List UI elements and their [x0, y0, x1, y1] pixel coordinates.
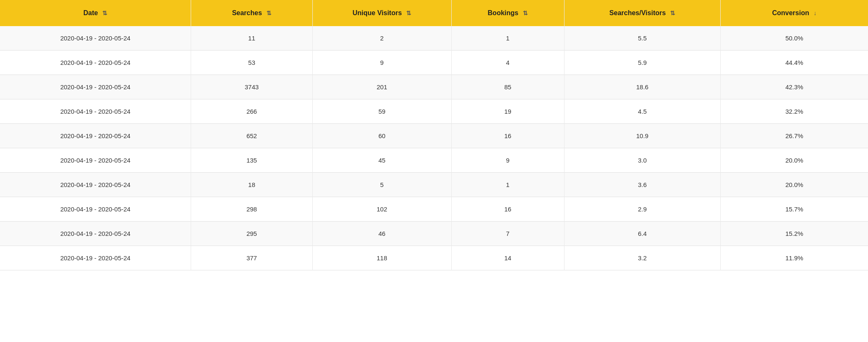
cell-conversion: 15.2%: [720, 222, 868, 246]
cell-conversion: 15.7%: [720, 197, 868, 222]
table-row: 2020-04-19 - 2020-05-24298102162.915.7%: [0, 197, 868, 222]
cell-searches: 295: [191, 222, 313, 246]
col-header-conversion-label: Conversion: [772, 9, 809, 16]
cell-bookings: 14: [451, 246, 564, 270]
col-header-conversion[interactable]: Conversion ↓: [720, 0, 868, 26]
cell-conversion: 32.2%: [720, 99, 868, 124]
cell-unique-visitors: 201: [312, 75, 451, 99]
col-header-unique-visitors-label: Unique Visitors: [352, 9, 402, 16]
cell-conversion: 20.0%: [720, 173, 868, 197]
cell-searches: 53: [191, 51, 313, 75]
table-row: 2020-04-19 - 2020-05-24377118143.211.9%: [0, 246, 868, 270]
cell-date: 2020-04-19 - 2020-05-24: [0, 99, 191, 124]
cell-unique-visitors: 45: [312, 148, 451, 173]
cell-date: 2020-04-19 - 2020-05-24: [0, 75, 191, 99]
data-table: Date ⇅ Searches ⇅ Unique Visitors ⇅ Book…: [0, 0, 868, 270]
table-container: Date ⇅ Searches ⇅ Unique Visitors ⇅ Book…: [0, 0, 868, 342]
cell-bookings: 9: [451, 148, 564, 173]
cell-date: 2020-04-19 - 2020-05-24: [0, 173, 191, 197]
col-header-searches-visitors[interactable]: Searches/Visitors ⇅: [564, 0, 720, 26]
cell-date: 2020-04-19 - 2020-05-24: [0, 51, 191, 75]
cell-searches-visitors: 3.6: [564, 173, 720, 197]
cell-unique-visitors: 5: [312, 173, 451, 197]
cell-searches-visitors: 5.5: [564, 26, 720, 51]
cell-conversion: 50.0%: [720, 26, 868, 51]
table-row: 2020-04-19 - 2020-05-24652601610.926.7%: [0, 124, 868, 148]
cell-unique-visitors: 9: [312, 51, 451, 75]
cell-date: 2020-04-19 - 2020-05-24: [0, 197, 191, 222]
col-header-bookings[interactable]: Bookings ⇅: [451, 0, 564, 26]
cell-bookings: 7: [451, 222, 564, 246]
cell-conversion: 42.3%: [720, 75, 868, 99]
sort-icon-bookings[interactable]: ⇅: [523, 10, 528, 16]
col-header-bookings-label: Bookings: [488, 9, 519, 16]
cell-searches-visitors: 18.6: [564, 75, 720, 99]
cell-bookings: 16: [451, 124, 564, 148]
table-row: 2020-04-19 - 2020-05-2411215.550.0%: [0, 26, 868, 51]
col-header-unique-visitors[interactable]: Unique Visitors ⇅: [312, 0, 451, 26]
table-header-row: Date ⇅ Searches ⇅ Unique Visitors ⇅ Book…: [0, 0, 868, 26]
col-header-date[interactable]: Date ⇅: [0, 0, 191, 26]
cell-searches-visitors: 4.5: [564, 99, 720, 124]
sort-icon-searches[interactable]: ⇅: [266, 10, 272, 16]
sort-icon-conversion[interactable]: ↓: [814, 10, 817, 16]
col-header-searches-label: Searches: [232, 9, 262, 16]
cell-bookings: 85: [451, 75, 564, 99]
cell-conversion: 26.7%: [720, 124, 868, 148]
cell-searches-visitors: 10.9: [564, 124, 720, 148]
cell-date: 2020-04-19 - 2020-05-24: [0, 222, 191, 246]
table-row: 2020-04-19 - 2020-05-2437432018518.642.3…: [0, 75, 868, 99]
cell-conversion: 44.4%: [720, 51, 868, 75]
table-row: 2020-04-19 - 2020-05-2453945.944.4%: [0, 51, 868, 75]
cell-unique-visitors: 118: [312, 246, 451, 270]
cell-searches-visitors: 3.2: [564, 246, 720, 270]
cell-searches: 11: [191, 26, 313, 51]
cell-unique-visitors: 102: [312, 197, 451, 222]
table-row: 2020-04-19 - 2020-05-2418513.620.0%: [0, 173, 868, 197]
cell-bookings: 19: [451, 99, 564, 124]
cell-unique-visitors: 2: [312, 26, 451, 51]
col-header-date-label: Date: [83, 9, 98, 16]
col-header-searches[interactable]: Searches ⇅: [191, 0, 313, 26]
cell-unique-visitors: 46: [312, 222, 451, 246]
table-row: 2020-04-19 - 2020-05-241354593.020.0%: [0, 148, 868, 173]
cell-searches-visitors: 2.9: [564, 197, 720, 222]
cell-date: 2020-04-19 - 2020-05-24: [0, 26, 191, 51]
cell-searches-visitors: 3.0: [564, 148, 720, 173]
cell-searches-visitors: 6.4: [564, 222, 720, 246]
cell-bookings: 1: [451, 26, 564, 51]
sort-icon-searches-visitors[interactable]: ⇅: [670, 10, 675, 16]
cell-bookings: 4: [451, 51, 564, 75]
col-header-searches-visitors-label: Searches/Visitors: [610, 9, 666, 16]
cell-searches: 18: [191, 173, 313, 197]
cell-date: 2020-04-19 - 2020-05-24: [0, 124, 191, 148]
cell-conversion: 11.9%: [720, 246, 868, 270]
sort-icon-date[interactable]: ⇅: [102, 10, 107, 16]
cell-searches: 298: [191, 197, 313, 222]
cell-bookings: 1: [451, 173, 564, 197]
cell-searches: 135: [191, 148, 313, 173]
table-row: 2020-04-19 - 2020-05-242954676.415.2%: [0, 222, 868, 246]
cell-bookings: 16: [451, 197, 564, 222]
cell-searches: 652: [191, 124, 313, 148]
cell-conversion: 20.0%: [720, 148, 868, 173]
table-row: 2020-04-19 - 2020-05-2426659194.532.2%: [0, 99, 868, 124]
sort-icon-unique-visitors[interactable]: ⇅: [406, 10, 411, 16]
table-body: 2020-04-19 - 2020-05-2411215.550.0%2020-…: [0, 26, 868, 270]
cell-date: 2020-04-19 - 2020-05-24: [0, 148, 191, 173]
cell-unique-visitors: 60: [312, 124, 451, 148]
cell-searches: 377: [191, 246, 313, 270]
cell-searches: 266: [191, 99, 313, 124]
cell-unique-visitors: 59: [312, 99, 451, 124]
cell-searches-visitors: 5.9: [564, 51, 720, 75]
cell-date: 2020-04-19 - 2020-05-24: [0, 246, 191, 270]
cell-searches: 3743: [191, 75, 313, 99]
